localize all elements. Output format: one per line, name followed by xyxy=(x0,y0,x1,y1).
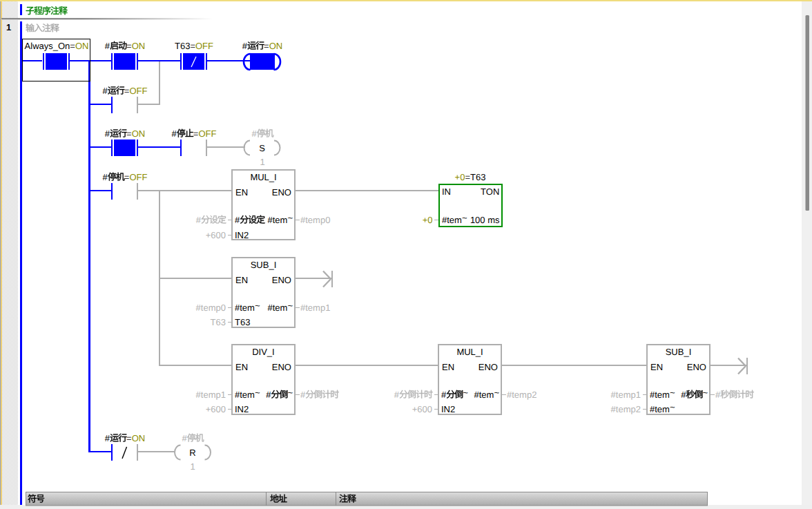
svg-text:ENO: ENO xyxy=(272,187,291,198)
svg-text:ON: ON xyxy=(132,41,146,51)
svg-text:#: # xyxy=(105,433,110,443)
svg-text:DIV_I: DIV_I xyxy=(252,347,275,357)
svg-text:+600: +600 xyxy=(206,404,226,414)
svg-text:T63=: T63= xyxy=(175,41,195,51)
svg-text:#: # xyxy=(172,128,177,139)
svg-text:IN2: IN2 xyxy=(441,404,455,414)
svg-text:OFF: OFF xyxy=(129,172,147,182)
svg-text:~: ~ xyxy=(494,387,499,398)
svg-text:#temp2: #temp2 xyxy=(507,390,536,400)
svg-text:=: = xyxy=(126,433,132,443)
svg-text:~: ~ xyxy=(463,387,468,398)
svg-text:~: ~ xyxy=(287,213,293,223)
svg-text:#temp1: #temp1 xyxy=(611,390,641,400)
svg-text:EN: EN xyxy=(235,187,248,198)
svg-text:#: # xyxy=(681,390,686,400)
svg-text:1: 1 xyxy=(6,22,11,32)
svg-text:IN2: IN2 xyxy=(235,230,249,240)
svg-text:R: R xyxy=(189,448,195,458)
svg-text:OFF: OFF xyxy=(129,86,147,96)
svg-text:#temp0: #temp0 xyxy=(300,215,330,225)
svg-text:ENO: ENO xyxy=(478,362,498,372)
svg-text:#tem: #tem xyxy=(235,302,255,313)
svg-text:=: = xyxy=(264,41,269,51)
svg-text:=: = xyxy=(126,41,132,51)
svg-text:#tem: #tem xyxy=(442,215,462,225)
svg-text:#: # xyxy=(394,390,400,400)
svg-text:100 ms: 100 ms xyxy=(470,215,500,225)
svg-text:#: # xyxy=(441,390,447,400)
svg-text:~: ~ xyxy=(670,402,675,412)
svg-text:~: ~ xyxy=(255,387,260,398)
svg-text:#temp1: #temp1 xyxy=(196,390,226,400)
svg-text:#tem: #tem xyxy=(268,215,288,225)
svg-text:#: # xyxy=(251,128,257,139)
svg-text:+600: +600 xyxy=(206,230,226,240)
svg-text:MUL_I: MUL_I xyxy=(250,172,276,182)
svg-text:#: # xyxy=(182,433,187,443)
svg-text:=T63: =T63 xyxy=(465,172,485,182)
svg-text:#temp0: #temp0 xyxy=(196,302,226,313)
svg-text:ON: ON xyxy=(132,128,146,139)
svg-text:+0: +0 xyxy=(423,215,433,225)
svg-text:T63: T63 xyxy=(235,317,250,327)
svg-text:#tem: #tem xyxy=(235,390,255,400)
svg-text:#: # xyxy=(242,41,248,51)
svg-text:ON: ON xyxy=(75,41,88,51)
svg-text:1: 1 xyxy=(190,461,195,472)
svg-text:#: # xyxy=(103,86,108,96)
svg-text:#tem: #tem xyxy=(268,302,288,313)
svg-text:#temp2: #temp2 xyxy=(611,404,641,414)
svg-text:OFF: OFF xyxy=(198,128,216,139)
svg-text:ENO: ENO xyxy=(272,362,291,372)
svg-text:ON: ON xyxy=(269,41,283,51)
svg-text:1: 1 xyxy=(260,157,264,167)
svg-text:EN: EN xyxy=(235,275,248,285)
svg-text:=: = xyxy=(124,172,130,182)
svg-text:OFF: OFF xyxy=(195,41,213,51)
svg-text:#: # xyxy=(105,41,110,51)
svg-text:IN2: IN2 xyxy=(235,404,249,414)
svg-text:ENO: ENO xyxy=(272,275,291,285)
svg-text:EN: EN xyxy=(650,362,663,372)
svg-text:+0: +0 xyxy=(455,172,465,182)
svg-text:#: # xyxy=(105,128,110,139)
svg-text:#: # xyxy=(196,215,202,225)
svg-text:EN: EN xyxy=(442,362,454,372)
svg-text:ON: ON xyxy=(132,433,146,443)
svg-text:~: ~ xyxy=(702,387,708,398)
svg-text:MUL_I: MUL_I xyxy=(456,347,483,357)
svg-text:SUB_I: SUB_I xyxy=(666,347,692,357)
svg-text:~: ~ xyxy=(670,387,675,398)
svg-text:~: ~ xyxy=(287,300,293,311)
svg-text:=: = xyxy=(126,128,132,139)
svg-text:EN: EN xyxy=(235,362,248,372)
svg-text:=: = xyxy=(124,86,130,96)
svg-text:#: # xyxy=(300,390,306,400)
svg-text:~: ~ xyxy=(287,387,293,398)
svg-text:#tem: #tem xyxy=(650,404,670,414)
svg-text:#: # xyxy=(103,172,108,182)
svg-text:#: # xyxy=(266,390,271,400)
svg-text:TON: TON xyxy=(481,186,499,197)
svg-text:S: S xyxy=(259,143,265,153)
svg-text:~: ~ xyxy=(462,213,467,223)
svg-text:#temp1: #temp1 xyxy=(300,302,330,313)
svg-text:SUB_I: SUB_I xyxy=(251,260,277,270)
svg-text:=: = xyxy=(193,128,199,139)
svg-text:#tem: #tem xyxy=(474,390,494,400)
svg-text:+600: +600 xyxy=(412,404,432,414)
svg-text:#: # xyxy=(715,390,721,400)
svg-text:ENO: ENO xyxy=(687,362,706,372)
svg-text:~: ~ xyxy=(255,300,260,311)
svg-text:#tem: #tem xyxy=(650,390,670,400)
svg-text:#: # xyxy=(235,215,240,225)
svg-text:Always_On=: Always_On= xyxy=(25,41,75,51)
svg-text:T63: T63 xyxy=(211,317,226,327)
svg-text:IN: IN xyxy=(442,186,451,197)
